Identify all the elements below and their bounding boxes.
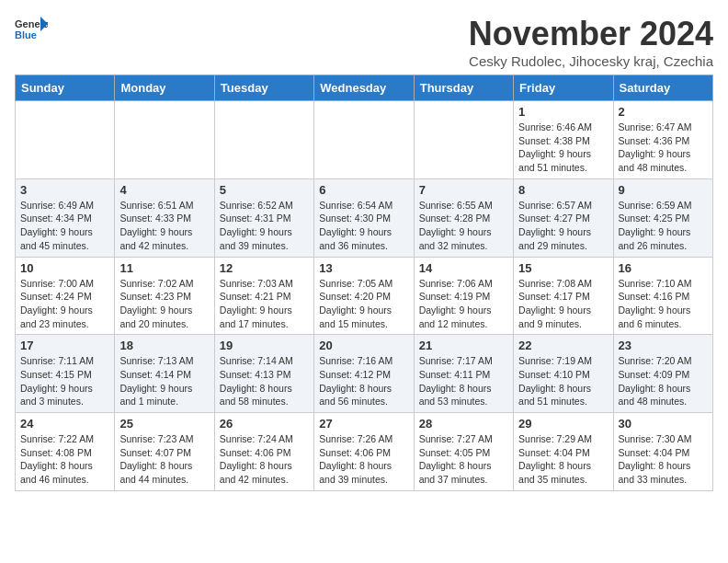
day-number: 22 [518,339,608,352]
day-number: 12 [220,261,309,275]
day-number: 10 [20,261,109,275]
day-cell: 30Sunrise: 7:30 AMSunset: 4:04 PMDayligh… [613,413,712,491]
subtitle: Cesky Rudolec, Jihocesky kraj, Czechia [469,53,713,69]
day-info: Sunrise: 6:52 AMSunset: 4:31 PMDaylight:… [220,199,309,253]
header-row: SundayMondayTuesdayWednesdayThursdayFrid… [16,75,713,101]
day-number: 17 [20,339,109,352]
day-info: Sunrise: 7:11 AMSunset: 4:15 PMDaylight:… [20,354,109,408]
day-cell: 28Sunrise: 7:27 AMSunset: 4:05 PMDayligh… [414,413,513,491]
day-number: 27 [319,417,408,431]
day-info: Sunrise: 7:19 AMSunset: 4:10 PMDaylight:… [518,354,608,408]
day-number: 13 [319,261,408,275]
day-number: 30 [619,417,708,431]
day-info: Sunrise: 7:05 AMSunset: 4:20 PMDaylight:… [319,277,408,331]
day-cell: 14Sunrise: 7:06 AMSunset: 4:19 PMDayligh… [414,257,513,335]
week-row-2: 3Sunrise: 6:49 AMSunset: 4:34 PMDaylight… [16,178,713,257]
day-info: Sunrise: 6:55 AMSunset: 4:28 PMDaylight:… [419,199,508,253]
day-cell: 26Sunrise: 7:24 AMSunset: 4:06 PMDayligh… [214,413,313,491]
day-number: 24 [20,417,109,431]
day-number: 18 [119,339,209,352]
day-cell: 25Sunrise: 7:23 AMSunset: 4:07 PMDayligh… [115,413,214,491]
day-cell: 22Sunrise: 7:19 AMSunset: 4:10 PMDayligh… [514,335,613,413]
day-info: Sunrise: 6:59 AMSunset: 4:25 PMDaylight:… [619,199,708,253]
day-info: Sunrise: 7:26 AMSunset: 4:06 PMDaylight:… [319,432,408,487]
header-sunday: Sunday [16,75,115,101]
day-number: 8 [518,183,608,197]
page-header: General Blue November 2024 Cesky Rudolec… [15,15,713,69]
day-cell: 16Sunrise: 7:10 AMSunset: 4:16 PMDayligh… [613,257,712,335]
week-row-1: 1Sunrise: 6:46 AMSunset: 4:38 PMDaylight… [16,101,713,179]
day-info: Sunrise: 7:24 AMSunset: 4:06 PMDaylight:… [220,432,309,487]
day-number: 23 [619,339,708,352]
day-cell: 18Sunrise: 7:13 AMSunset: 4:14 PMDayligh… [115,335,214,413]
day-info: Sunrise: 7:22 AMSunset: 4:08 PMDaylight:… [20,432,109,487]
header-friday: Friday [514,75,613,101]
day-number: 29 [518,417,608,431]
day-info: Sunrise: 7:13 AMSunset: 4:14 PMDaylight:… [119,354,209,408]
logo-icon: General Blue [15,15,48,40]
day-cell: 6Sunrise: 6:54 AMSunset: 4:30 PMDaylight… [314,178,414,257]
calendar-table: SundayMondayTuesdayWednesdayThursdayFrid… [15,75,713,491]
day-info: Sunrise: 7:29 AMSunset: 4:04 PMDaylight:… [518,432,608,487]
day-cell: 23Sunrise: 7:20 AMSunset: 4:09 PMDayligh… [613,335,712,413]
day-cell [16,101,115,179]
day-info: Sunrise: 6:51 AMSunset: 4:33 PMDaylight:… [119,199,209,253]
week-row-5: 24Sunrise: 7:22 AMSunset: 4:08 PMDayligh… [16,413,713,491]
day-info: Sunrise: 7:17 AMSunset: 4:11 PMDaylight:… [419,354,508,408]
day-cell: 21Sunrise: 7:17 AMSunset: 4:11 PMDayligh… [414,335,513,413]
day-info: Sunrise: 7:10 AMSunset: 4:16 PMDaylight:… [619,277,708,331]
day-info: Sunrise: 6:49 AMSunset: 4:34 PMDaylight:… [20,199,109,253]
day-cell: 13Sunrise: 7:05 AMSunset: 4:20 PMDayligh… [314,257,414,335]
day-cell [115,101,214,179]
day-info: Sunrise: 7:03 AMSunset: 4:21 PMDaylight:… [220,277,309,331]
day-number: 21 [419,339,508,352]
day-cell: 9Sunrise: 6:59 AMSunset: 4:25 PMDaylight… [613,178,712,257]
day-info: Sunrise: 6:57 AMSunset: 4:27 PMDaylight:… [518,199,608,253]
day-cell: 24Sunrise: 7:22 AMSunset: 4:08 PMDayligh… [16,413,115,491]
day-info: Sunrise: 7:02 AMSunset: 4:23 PMDaylight:… [119,277,209,331]
header-saturday: Saturday [613,75,712,101]
title-block: November 2024 Cesky Rudolec, Jihocesky k… [469,15,713,69]
day-info: Sunrise: 6:47 AMSunset: 4:36 PMDaylight:… [619,121,708,175]
week-row-4: 17Sunrise: 7:11 AMSunset: 4:15 PMDayligh… [16,335,713,413]
day-number: 5 [220,183,309,197]
month-title: November 2024 [469,15,713,53]
day-info: Sunrise: 6:46 AMSunset: 4:38 PMDaylight:… [518,121,608,175]
day-info: Sunrise: 7:06 AMSunset: 4:19 PMDaylight:… [419,277,508,331]
day-cell: 8Sunrise: 6:57 AMSunset: 4:27 PMDaylight… [514,178,613,257]
day-number: 14 [419,261,508,275]
day-number: 11 [119,261,209,275]
day-cell: 17Sunrise: 7:11 AMSunset: 4:15 PMDayligh… [16,335,115,413]
day-number: 16 [619,261,708,275]
day-number: 3 [20,183,109,197]
day-cell: 10Sunrise: 7:00 AMSunset: 4:24 PMDayligh… [16,257,115,335]
day-number: 6 [319,183,408,197]
day-cell: 1Sunrise: 6:46 AMSunset: 4:38 PMDaylight… [514,101,613,179]
day-info: Sunrise: 7:14 AMSunset: 4:13 PMDaylight:… [220,354,309,408]
day-cell: 11Sunrise: 7:02 AMSunset: 4:23 PMDayligh… [115,257,214,335]
day-info: Sunrise: 6:54 AMSunset: 4:30 PMDaylight:… [319,199,408,253]
day-cell: 19Sunrise: 7:14 AMSunset: 4:13 PMDayligh… [214,335,313,413]
day-cell: 4Sunrise: 6:51 AMSunset: 4:33 PMDaylight… [115,178,214,257]
day-cell: 15Sunrise: 7:08 AMSunset: 4:17 PMDayligh… [514,257,613,335]
day-number: 1 [518,105,608,119]
day-cell: 20Sunrise: 7:16 AMSunset: 4:12 PMDayligh… [314,335,414,413]
day-info: Sunrise: 7:08 AMSunset: 4:17 PMDaylight:… [518,277,608,331]
day-info: Sunrise: 7:27 AMSunset: 4:05 PMDaylight:… [419,432,508,487]
day-cell: 27Sunrise: 7:26 AMSunset: 4:06 PMDayligh… [314,413,414,491]
day-info: Sunrise: 7:00 AMSunset: 4:24 PMDaylight:… [20,277,109,331]
day-cell: 7Sunrise: 6:55 AMSunset: 4:28 PMDaylight… [414,178,513,257]
day-cell [214,101,313,179]
day-number: 26 [220,417,309,431]
day-number: 19 [220,339,309,352]
day-number: 15 [518,261,608,275]
day-cell [314,101,414,179]
header-wednesday: Wednesday [314,75,414,101]
day-info: Sunrise: 7:30 AMSunset: 4:04 PMDaylight:… [619,432,708,487]
header-monday: Monday [115,75,214,101]
day-number: 28 [419,417,508,431]
day-number: 25 [119,417,209,431]
day-number: 2 [619,105,708,119]
day-cell: 2Sunrise: 6:47 AMSunset: 4:36 PMDaylight… [613,101,712,179]
day-cell [414,101,513,179]
